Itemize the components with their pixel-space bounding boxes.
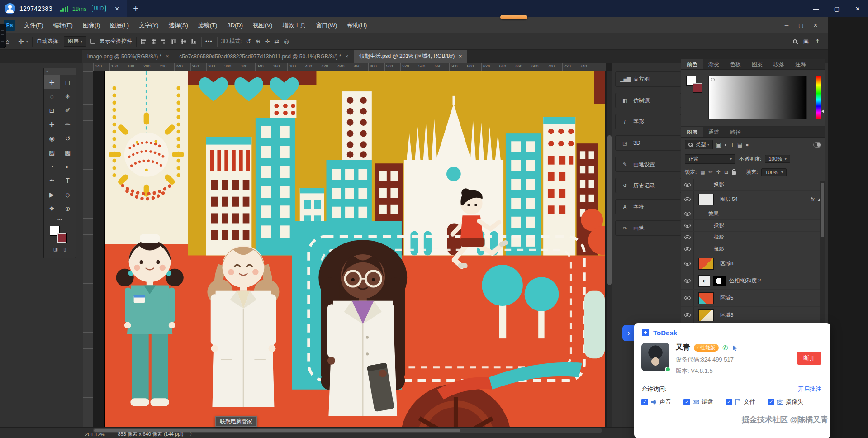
lock-artboard-icon[interactable]: ⊞	[724, 169, 728, 175]
adjustment-filter-icon[interactable]: ◐	[724, 142, 727, 148]
type-tool[interactable]: T	[60, 173, 76, 187]
tab-gradient[interactable]: 渐变	[703, 59, 725, 69]
brush-tool[interactable]: ✏	[60, 117, 76, 131]
layer-filter-dropdown[interactable]: 类型 ▾	[685, 140, 713, 149]
ps-restore-button[interactable]: ▢	[794, 22, 808, 29]
background-color-swatch[interactable]	[693, 83, 702, 92]
fx-badge[interactable]: fx	[811, 196, 815, 202]
menu-file[interactable]: 文件(F)	[19, 17, 48, 33]
tab-notes[interactable]: 注释	[790, 59, 811, 69]
threed-panel-button[interactable]: ◳ 3D	[615, 135, 681, 151]
tab-close-icon[interactable]: ×	[346, 53, 349, 60]
canvas-vertical-scrollbar[interactable]	[606, 71, 612, 427]
layer-effect-row[interactable]: 投影	[681, 220, 825, 232]
color-gradient-field[interactable]	[708, 76, 807, 119]
menu-image[interactable]: 图像(I)	[78, 17, 105, 33]
cursor-icon[interactable]	[732, 345, 738, 351]
current-tool-icon[interactable]: ✛	[18, 38, 24, 46]
adjustment-layer-icon[interactable]: ◐	[698, 275, 710, 287]
menu-layer[interactable]: 图层(L)	[105, 17, 134, 33]
menu-3d[interactable]: 3D(D)	[222, 17, 248, 33]
dodge-tool[interactable]: ◐	[60, 159, 76, 173]
shape-tool[interactable]: ◇	[60, 187, 76, 201]
checkbox-checked-icon[interactable]: ✓	[768, 399, 774, 405]
tool-preset-caret-icon[interactable]: ▾	[26, 39, 28, 43]
ps-close-button[interactable]: ✕	[808, 22, 823, 29]
menu-window[interactable]: 窗口(W)	[311, 17, 342, 33]
menu-select[interactable]: 选择(S)	[163, 17, 193, 33]
annotate-link[interactable]: 开启批注	[798, 385, 821, 393]
slide-3d-icon[interactable]: ⇄	[274, 38, 279, 45]
checkbox-checked-icon[interactable]: ✓	[683, 399, 690, 405]
layer-effects-group-row[interactable]: 效果	[681, 208, 825, 220]
auto-select-dropdown[interactable]: 图层 ▾	[64, 36, 86, 47]
eraser-tool[interactable]: ▨	[44, 145, 60, 159]
clone-stamp-tool[interactable]: ◉	[44, 131, 60, 145]
document-tab-2[interactable]: c5e7c806589d59ad988225cd977d13b011.psd @…	[174, 50, 354, 63]
pixel-filter-icon[interactable]: ▣	[716, 142, 721, 148]
layer-row[interactable]: 区域3	[681, 307, 825, 324]
layer-effect-row[interactable]: 投影	[681, 179, 825, 191]
hand-tool[interactable]: ❖	[44, 201, 60, 215]
pen-tool[interactable]: ✒	[44, 173, 60, 187]
crop-tool[interactable]: ⊡	[44, 103, 60, 117]
menu-plugins[interactable]: 增效工具	[277, 17, 311, 33]
align-bottom-icon[interactable]	[190, 38, 197, 45]
lasso-tool[interactable]: ◌	[44, 89, 60, 103]
canvas-document[interactable]	[105, 71, 605, 427]
workspace-switcher-icon[interactable]: ▣▾	[803, 38, 809, 45]
layer-row[interactable]: 区域8	[681, 255, 825, 272]
menu-edit[interactable]: 编辑(E)	[48, 17, 78, 33]
ps-minimize-button[interactable]: ─	[779, 22, 794, 29]
align-center-horizontal-icon[interactable]	[151, 38, 157, 45]
lock-all-icon[interactable]	[732, 171, 736, 175]
align-top-icon[interactable]	[171, 38, 177, 45]
blur-tool[interactable]: ◔	[44, 159, 60, 173]
status-chevron-icon[interactable]: 〉	[190, 431, 194, 438]
adjustment-layer-row[interactable]: ◐ 色相/饱和度 2	[681, 272, 825, 290]
share-icon[interactable]: ↥	[815, 38, 820, 45]
new-session-button[interactable]: +	[133, 4, 138, 13]
permission-files[interactable]: ✓ 文件	[726, 398, 755, 406]
tab-close-icon[interactable]: ×	[459, 53, 462, 60]
permission-camera[interactable]: ✓ 摄像头	[768, 398, 803, 406]
character-panel-button[interactable]: A 字符	[615, 199, 681, 214]
zoom-level[interactable]: 201.12%	[85, 432, 104, 437]
tab-close-icon[interactable]: ×	[166, 53, 169, 60]
blend-mode-select[interactable]: 正常 ▾	[685, 154, 735, 164]
vertical-ruler[interactable]	[83, 71, 93, 427]
layer-thumbnail[interactable]	[698, 194, 714, 205]
zoom-tool[interactable]: ⊕	[60, 201, 76, 215]
remote-close-button[interactable]: ✕	[847, 0, 868, 17]
tab-swatches[interactable]: 色板	[725, 59, 746, 69]
history-brush-tool[interactable]: ↺	[60, 131, 76, 145]
histogram-panel-button[interactable]: ▂▅▇ 直方图	[615, 71, 681, 87]
quick-mask-icon[interactable]: ◨	[53, 246, 58, 254]
lock-move-icon[interactable]: ✛	[716, 169, 721, 175]
tab-paragraph[interactable]: 段落	[768, 59, 790, 69]
remote-sidebar-handle[interactable]	[0, 24, 6, 48]
menu-help[interactable]: 帮助(H)	[342, 17, 372, 33]
align-left-icon[interactable]	[141, 38, 147, 45]
brushes-panel-button[interactable]: ✑ 画笔	[615, 220, 681, 236]
lock-paint-icon[interactable]: ✏	[709, 169, 713, 175]
hue-strip[interactable]	[816, 76, 821, 119]
hue-slider-marker[interactable]	[821, 110, 824, 113]
glyphs-panel-button[interactable]: ƒ 字形	[615, 114, 681, 129]
tab-paths[interactable]: 路径	[725, 127, 746, 137]
document-tab-3[interactable]: 假期生活.psd @ 201% (区域4, RGB/8#) ×	[354, 50, 468, 63]
scale-3d-icon[interactable]: ◎	[284, 38, 289, 45]
filter-toggle-icon[interactable]	[813, 142, 821, 148]
remote-maximize-button[interactable]: ▢	[826, 0, 847, 17]
remote-float-toolbar[interactable]	[500, 15, 527, 19]
screen-mode-icon[interactable]: ▯	[63, 246, 66, 254]
history-panel-button[interactable]: ↺ 历史记录	[615, 178, 681, 193]
search-icon[interactable]	[793, 39, 797, 43]
pan-3d-icon[interactable]: ✛	[265, 38, 270, 45]
permission-keyboard[interactable]: ✓ 键盘	[683, 398, 713, 406]
more-options-icon[interactable]: •••	[205, 38, 213, 45]
layer-effect-row[interactable]: 投影	[681, 243, 825, 255]
layer-mask-thumbnail[interactable]	[713, 276, 726, 286]
opacity-select[interactable]: 100% ▾	[765, 155, 790, 163]
tab-layers[interactable]: 图层	[681, 127, 703, 137]
